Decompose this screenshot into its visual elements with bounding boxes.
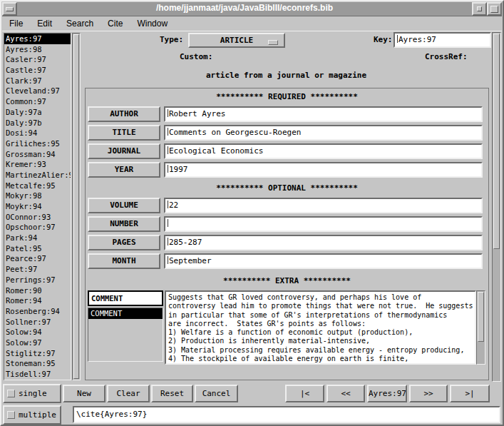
sash-grip-icon xyxy=(7,390,15,397)
number-input[interactable] xyxy=(164,216,483,232)
menu-cite[interactable]: Cite xyxy=(108,19,123,29)
comment-scrollbar[interactable] xyxy=(476,290,485,365)
reference-list-item[interactable]: Metcalfe:95 xyxy=(4,181,71,191)
pages-field-button[interactable]: PAGES xyxy=(88,235,160,250)
reference-list-item[interactable]: Park:94 xyxy=(4,233,71,243)
number-field-button[interactable]: NUMBER xyxy=(88,216,160,232)
pages-input[interactable]: 285-287 xyxy=(164,235,483,250)
reset-button[interactable]: Reset xyxy=(151,385,193,402)
reference-list-item[interactable]: Common:97 xyxy=(4,96,71,107)
month-field-button[interactable]: MONTH xyxy=(88,253,160,269)
field-row-volume: VOLUME 22 xyxy=(88,198,483,213)
reference-list-item[interactable]: Ayres:98 xyxy=(4,44,71,55)
reference-list-item[interactable]: Stoneman:95 xyxy=(4,358,71,369)
reference-list-scrollbar[interactable] xyxy=(72,33,81,380)
reference-list-item[interactable]: Dosi:94 xyxy=(4,128,71,138)
text-caret xyxy=(168,219,168,227)
window-menu-button[interactable] xyxy=(2,2,17,16)
window-menu-icon xyxy=(6,7,14,11)
mode-single[interactable]: single xyxy=(3,384,61,403)
reference-list-item[interactable]: Stiglitz:97 xyxy=(4,348,71,359)
reference-list-item[interactable]: Tisdell:97 xyxy=(4,369,71,380)
new-button[interactable]: New xyxy=(63,385,106,402)
type-value: ARTICLE xyxy=(220,36,253,45)
key-label: Key: xyxy=(374,32,393,48)
reference-list-item[interactable]: Casler:97 xyxy=(4,54,71,65)
year-input[interactable]: 1997 xyxy=(164,162,483,178)
window-title: /home/jjanmaat/java/JavaBibIII/econrefs.… xyxy=(17,2,472,16)
reference-list-item[interactable]: Mokyr:98 xyxy=(4,191,71,201)
reference-list-item[interactable]: MartinezAlier:9 xyxy=(4,170,71,181)
reference-list-item[interactable]: Opschoor:97 xyxy=(4,222,71,233)
reference-list-item[interactable]: Grossman:94 xyxy=(4,149,71,160)
reference-list-item[interactable]: Sollner:97 xyxy=(4,317,71,328)
menu-search[interactable]: Search xyxy=(66,19,93,29)
reference-list-item[interactable]: Cleveland:97 xyxy=(4,86,71,96)
journal-input[interactable]: Ecological Economics xyxy=(164,143,483,159)
volume-field-button[interactable]: VOLUME xyxy=(88,198,160,213)
minimize-button[interactable] xyxy=(472,2,487,16)
sash-grip-icon xyxy=(7,411,15,419)
key-input[interactable]: Ayres:97 xyxy=(394,32,491,48)
first-record-button[interactable]: |< xyxy=(285,385,324,402)
reference-list-item[interactable]: Clark:97 xyxy=(4,76,71,86)
reference-list-item[interactable]: Daly:97a xyxy=(4,107,71,118)
entry-editor: Type: ARTICLE Key: Ayres:97 Custom: Cros… xyxy=(81,32,491,382)
text-caret xyxy=(168,201,168,208)
reference-list-item[interactable]: Kremer:93 xyxy=(4,159,71,170)
reference-list-item[interactable]: Solow:94 xyxy=(4,327,71,338)
reference-list-item[interactable]: OConnor:93 xyxy=(4,212,71,223)
reference-list-item[interactable]: Pearce:97 xyxy=(4,253,71,264)
menu-edit[interactable]: Edit xyxy=(37,19,52,29)
menu-window[interactable]: Window xyxy=(137,19,168,29)
field-row-month: MONTH September xyxy=(88,253,483,269)
editor-scrollbar-thumb[interactable] xyxy=(493,34,500,249)
next-record-button[interactable]: >> xyxy=(409,385,448,402)
reference-list-item[interactable]: Solow:97 xyxy=(4,338,71,348)
reference-list-item[interactable]: Romer:90 xyxy=(4,285,71,296)
reference-list-item[interactable]: Castle:97 xyxy=(4,65,71,76)
reference-list-item[interactable]: Moykr:94 xyxy=(4,201,71,212)
journal-field-button[interactable]: JOURNAL xyxy=(88,143,160,159)
extra-field-list-item[interactable]: COMMENT xyxy=(88,308,163,319)
last-record-button[interactable]: >| xyxy=(450,385,490,402)
year-field-button[interactable]: YEAR xyxy=(88,162,160,178)
comment-scrollbar-thumb[interactable] xyxy=(478,292,484,342)
cancel-button[interactable]: Cancel xyxy=(195,385,238,402)
year-value: 1997 xyxy=(169,165,188,174)
title-input[interactable]: Comments on Georgescu-Roegen xyxy=(164,125,483,141)
extra-field-name-input[interactable]: COMMENT xyxy=(88,290,163,306)
comment-textarea[interactable]: Suggests that GR loved controversy, and … xyxy=(165,290,476,365)
previous-record-button[interactable]: << xyxy=(326,385,365,402)
reference-list-item[interactable]: Rosenberg:94 xyxy=(4,306,71,317)
field-row-title: TITLE Comments on Georgescu-Roegen xyxy=(88,125,483,141)
reference-list-item[interactable]: Daly:97b xyxy=(4,118,71,128)
reference-list-item[interactable]: Romer:94 xyxy=(4,295,71,306)
maximize-button[interactable] xyxy=(487,2,502,16)
cite-command-input[interactable]: \cite{Ayres:97} xyxy=(73,406,500,423)
author-field-button[interactable]: AUTHOR xyxy=(88,106,160,122)
mode-multiple[interactable]: multiple xyxy=(3,405,61,425)
reference-list-item[interactable]: Peet:97 xyxy=(4,264,71,275)
reference-list-item[interactable]: Patel:95 xyxy=(4,243,71,254)
minimize-icon xyxy=(477,6,482,11)
current-record-button[interactable]: Ayres:97 xyxy=(367,385,407,402)
crossref-label: CrossRef: xyxy=(425,49,468,65)
text-caret xyxy=(168,165,168,173)
title-field-button[interactable]: TITLE xyxy=(88,125,160,141)
type-option-menu[interactable]: ARTICLE xyxy=(188,33,285,48)
reference-list-item[interactable]: Ayres:97 xyxy=(4,34,71,44)
reference-list-item[interactable]: Griliches:95 xyxy=(4,138,71,149)
title-value: Comments on Georgescu-Roegen xyxy=(169,128,301,137)
editor-scrollbar[interactable] xyxy=(492,32,501,382)
clear-button[interactable]: Clear xyxy=(107,385,150,402)
custom-label: Custom: xyxy=(180,49,212,65)
field-row-pages: PAGES 285-287 xyxy=(88,235,483,250)
reference-list-scrollbar-thumb[interactable] xyxy=(73,34,79,379)
month-input[interactable]: September xyxy=(164,253,483,269)
reference-list-item[interactable]: Perrings:97 xyxy=(4,275,71,285)
menu-file[interactable]: File xyxy=(9,19,23,29)
volume-input[interactable]: 22 xyxy=(164,198,483,213)
text-caret xyxy=(168,146,168,154)
author-input[interactable]: Robert Ayres xyxy=(164,106,483,122)
